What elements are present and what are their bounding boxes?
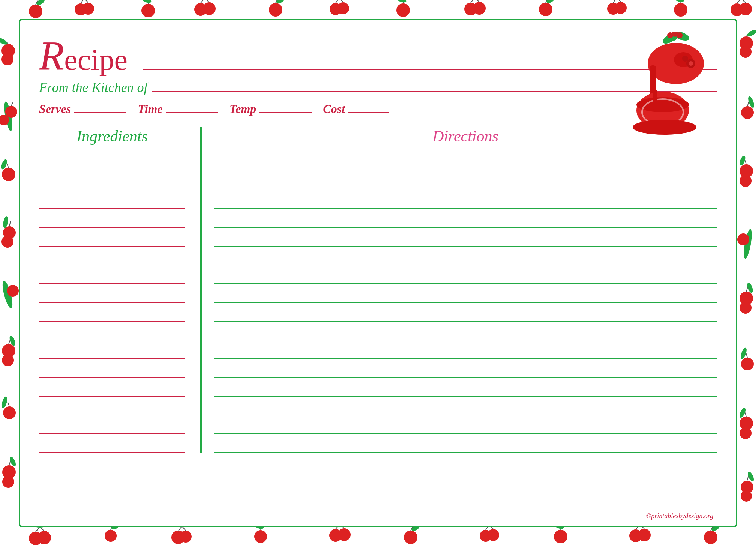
- ingredient-line-4: [39, 209, 185, 228]
- recipe-big-r: R: [39, 35, 64, 77]
- svg-point-104: [7, 285, 19, 297]
- svg-point-0: [29, 5, 42, 18]
- svg-point-141: [741, 490, 752, 502]
- serves-label: Serves: [39, 102, 71, 116]
- svg-line-45: [737, 0, 741, 3]
- svg-point-20: [337, 2, 349, 14]
- svg-point-143: [747, 471, 755, 482]
- svg-point-10: [141, 0, 152, 4]
- svg-point-149: [676, 32, 682, 38]
- svg-point-16: [269, 3, 282, 17]
- svg-line-46: [741, 0, 746, 3]
- svg-line-101: [9, 221, 10, 226]
- svg-line-97: [7, 164, 9, 168]
- svg-point-89: [2, 53, 14, 65]
- svg-line-51: [40, 527, 44, 531]
- info-row: Serves Time Temp Cost: [39, 102, 717, 116]
- svg-line-13: [201, 0, 205, 3]
- ingredient-line-16: [39, 434, 185, 453]
- direction-line-12: [214, 359, 717, 378]
- ingredients-column: Ingredients: [39, 127, 193, 453]
- ingredient-line-7: [39, 265, 185, 284]
- time-label: Time: [138, 102, 162, 116]
- svg-point-26: [396, 0, 407, 3]
- ingredient-line-6: [39, 247, 185, 265]
- direction-line-16: [214, 434, 717, 453]
- svg-line-134: [746, 353, 747, 358]
- cost-underline: [348, 112, 389, 113]
- ingredients-lines: [39, 153, 185, 453]
- svg-line-21: [336, 0, 339, 3]
- time-item: Time: [138, 102, 218, 116]
- svg-point-100: [2, 236, 14, 248]
- svg-point-61: [254, 530, 267, 543]
- svg-point-96: [2, 168, 15, 181]
- content-area: Ingredients: [39, 127, 717, 453]
- svg-line-37: [613, 0, 617, 3]
- svg-line-142: [747, 476, 748, 481]
- ingredient-line-2: [39, 171, 185, 190]
- ingredient-line-1: [39, 153, 185, 171]
- svg-line-138: [745, 412, 746, 417]
- direction-line-2: [214, 171, 717, 190]
- column-divider: [200, 127, 202, 453]
- svg-line-121: [747, 101, 749, 106]
- svg-line-30: [475, 0, 479, 2]
- directions-lines: [214, 153, 717, 453]
- direction-line-5: [214, 228, 717, 247]
- ingredient-line-5: [39, 228, 185, 247]
- kitchen-row: From the Kitchen of: [39, 80, 717, 95]
- svg-point-24: [396, 3, 410, 17]
- direction-line-1: [214, 153, 717, 171]
- svg-point-53: [105, 530, 117, 542]
- svg-point-130: [740, 302, 752, 314]
- direction-line-6: [214, 247, 717, 265]
- ingredients-title: Ingredients: [39, 127, 185, 145]
- svg-point-28: [473, 2, 486, 15]
- svg-rect-157: [653, 90, 657, 110]
- temp-underline: [259, 112, 312, 113]
- svg-line-50: [36, 527, 40, 532]
- direction-line-15: [214, 415, 717, 434]
- direction-line-3: [214, 190, 717, 209]
- svg-point-113: [2, 476, 14, 488]
- cost-item: Cost: [323, 102, 389, 116]
- svg-point-133: [741, 358, 754, 370]
- direction-line-8: [214, 284, 717, 303]
- footer: ©printablesbydesign.org: [646, 512, 714, 520]
- ingredient-line-14: [39, 397, 185, 415]
- svg-point-36: [615, 2, 627, 14]
- recipe-title: Recipe: [39, 35, 128, 77]
- svg-point-49: [38, 531, 51, 544]
- recipe-card: Recipe From the Kitchen of Serves Time: [19, 19, 737, 527]
- svg-point-137: [740, 427, 752, 439]
- ingredient-line-10: [39, 322, 185, 340]
- svg-line-5: [81, 0, 84, 3]
- svg-point-111: [1, 396, 8, 409]
- direction-line-14: [214, 397, 717, 415]
- ingredient-line-8: [39, 284, 185, 303]
- svg-point-42: [673, 0, 684, 3]
- mixer-illustration: [627, 32, 717, 137]
- svg-line-95: [11, 102, 13, 106]
- direction-line-9: [214, 303, 717, 322]
- svg-point-65: [338, 528, 351, 541]
- svg-line-38: [617, 0, 621, 2]
- svg-line-29: [471, 0, 475, 3]
- svg-point-81: [638, 529, 651, 541]
- ingredient-line-3: [39, 190, 185, 209]
- svg-point-117: [740, 46, 752, 58]
- direction-line-7: [214, 265, 717, 284]
- svg-point-128: [737, 233, 749, 245]
- svg-point-7: [82, 0, 94, 2]
- svg-line-14: [205, 0, 209, 2]
- svg-point-77: [554, 530, 567, 543]
- svg-point-4: [82, 3, 94, 15]
- svg-point-161: [688, 61, 693, 66]
- svg-line-131: [746, 287, 748, 292]
- svg-point-57: [180, 531, 192, 543]
- svg-point-106: [2, 354, 14, 366]
- temp-label: Temp: [230, 102, 256, 116]
- svg-point-44: [739, 3, 752, 15]
- temp-item: Temp: [230, 102, 312, 116]
